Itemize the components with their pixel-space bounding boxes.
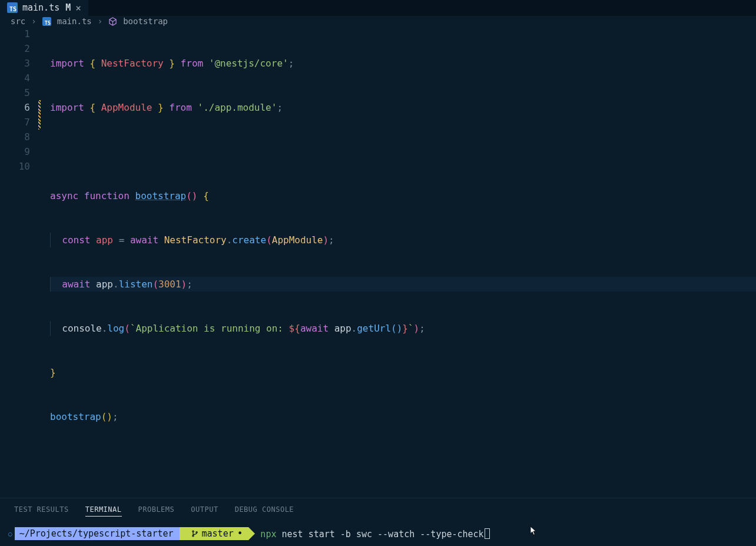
- line-number: 7: [0, 115, 30, 130]
- tab-bar: TS main.ts M ×: [0, 0, 756, 16]
- prompt-branch: master •: [180, 527, 249, 540]
- panel-tab-problems[interactable]: PROBLEMS: [138, 505, 175, 517]
- chevron-right-icon: ›: [98, 16, 102, 26]
- typescript-icon: TS: [7, 2, 18, 13]
- line-number-current: 6: [0, 100, 30, 115]
- line-number: 5: [0, 85, 30, 100]
- line-number: 9: [0, 144, 30, 159]
- tab-modified-flag: M: [65, 2, 71, 13]
- prompt-path: ~/Projects/typescript-starter: [15, 527, 180, 540]
- modified-line-marker: [38, 100, 41, 130]
- close-icon[interactable]: ×: [75, 2, 81, 14]
- line-number: 10: [0, 159, 30, 174]
- code-line[interactable]: [50, 454, 756, 468]
- panel-tab-test-results[interactable]: TEST RESULTS: [14, 505, 69, 517]
- terminal-command[interactable]: npx nest start -b swc --watch --type-che…: [260, 528, 489, 540]
- panel-tab-output[interactable]: OUTPUT: [191, 505, 218, 517]
- line-number-gutter: 1 2 3 4 5 6 7 8 9 10: [0, 27, 38, 498]
- breadcrumb-file[interactable]: main.ts: [57, 16, 92, 26]
- code-line[interactable]: import { NestFactory } from '@nestjs/cor…: [50, 56, 756, 71]
- code-line[interactable]: import { AppModule } from './app.module'…: [50, 100, 756, 115]
- typescript-icon: TS: [42, 17, 51, 26]
- breadcrumb-folder[interactable]: src: [11, 16, 25, 26]
- panel-tab-debug-console[interactable]: DEBUG CONSOLE: [235, 505, 294, 517]
- tab-filename: main.ts: [22, 2, 59, 13]
- terminal[interactable]: ○ ~/Projects/typescript-starter master •…: [0, 521, 756, 546]
- prompt-status-dot-icon: ○: [8, 530, 12, 538]
- bottom-panel: TEST RESULTS TERMINAL PROBLEMS OUTPUT DE…: [0, 498, 756, 546]
- code-line-current[interactable]: await app.listen(3001);: [50, 277, 756, 292]
- git-branch-icon: [191, 530, 198, 538]
- line-number: 4: [0, 71, 30, 85]
- line-number: 1: [0, 27, 30, 41]
- code-line[interactable]: console.log(`Application is running on: …: [50, 321, 756, 336]
- code-line[interactable]: }: [50, 365, 756, 380]
- panel-tab-terminal[interactable]: TERMINAL: [85, 505, 122, 517]
- panel-tabs: TEST RESULTS TERMINAL PROBLEMS OUTPUT DE…: [0, 498, 756, 521]
- breadcrumb: src › TS main.ts › bootstrap: [0, 16, 756, 27]
- terminal-prompt-line[interactable]: ○ ~/Projects/typescript-starter master •…: [8, 527, 748, 540]
- line-number: 2: [0, 41, 30, 56]
- terminal-cursor: [485, 528, 490, 539]
- line-number: 3: [0, 56, 30, 71]
- prompt-branch-name: master: [202, 528, 234, 539]
- code-line[interactable]: [50, 144, 756, 159]
- svg-point-0: [192, 531, 193, 532]
- code-line[interactable]: const app = await NestFactory.create(App…: [50, 233, 756, 247]
- line-number: 8: [0, 130, 30, 144]
- chevron-right-icon: ›: [31, 16, 36, 26]
- code-area[interactable]: import { NestFactory } from '@nestjs/cor…: [42, 27, 756, 498]
- svg-point-2: [195, 532, 197, 533]
- breadcrumb-symbol[interactable]: bootstrap: [123, 16, 168, 26]
- svg-point-1: [192, 535, 193, 537]
- code-line[interactable]: bootstrap();: [50, 409, 756, 424]
- editor[interactable]: 1 2 3 4 5 6 7 8 9 10 import { NestFactor…: [0, 27, 756, 498]
- code-line[interactable]: async function bootstrap() {: [50, 188, 756, 203]
- symbol-function-icon: [108, 17, 117, 26]
- tab-main-ts[interactable]: TS main.ts M ×: [0, 0, 89, 16]
